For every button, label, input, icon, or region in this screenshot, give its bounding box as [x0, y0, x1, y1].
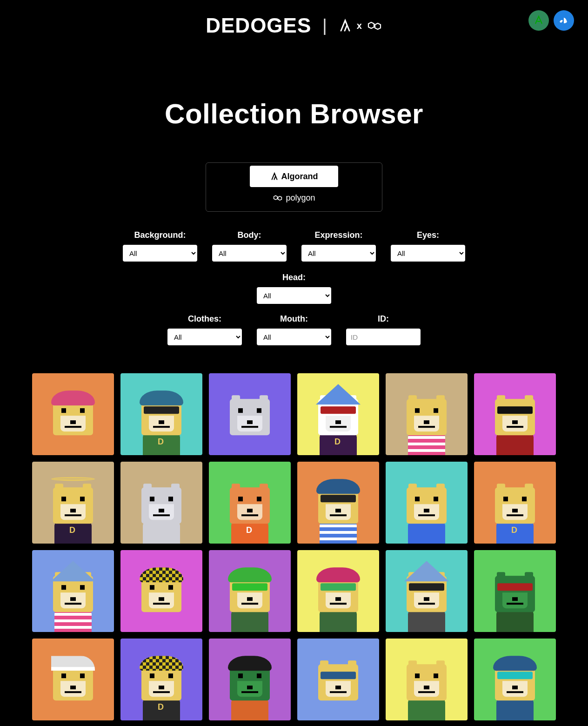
- blockchain-label-polygon: polygon: [286, 193, 315, 203]
- filter-mouth: Mouth:All: [257, 314, 331, 345]
- header: DEDOGES | x: [0, 0, 588, 42]
- nft-card[interactable]: [209, 550, 291, 632]
- nft-card[interactable]: D: [474, 462, 556, 544]
- filter-label-expression: Expression:: [314, 230, 362, 240]
- nft-card[interactable]: D: [120, 373, 202, 455]
- nft-card[interactable]: [32, 373, 114, 455]
- blockchain-option-polygon[interactable]: polygon: [206, 187, 382, 208]
- nft-card[interactable]: [209, 373, 291, 455]
- page-title: Collection Browser: [0, 98, 588, 130]
- algorand-icon: [338, 19, 352, 33]
- polygon-icon: [367, 20, 382, 32]
- header-badges: [528, 10, 574, 31]
- nft-card[interactable]: [474, 550, 556, 632]
- nft-card[interactable]: [297, 639, 379, 720]
- nft-card[interactable]: [386, 373, 468, 455]
- filter-label-body: Body:: [238, 230, 261, 240]
- nft-card[interactable]: [474, 373, 556, 455]
- nft-card[interactable]: D: [297, 373, 379, 455]
- filter-body: Body:All: [212, 230, 287, 262]
- filter-eyes: Eyes:All: [391, 230, 465, 262]
- nft-card[interactable]: [386, 462, 468, 544]
- nft-card[interactable]: [120, 550, 202, 632]
- filter-expression: Expression:All: [301, 230, 376, 262]
- nft-card[interactable]: [297, 462, 379, 544]
- filter-label-head: Head:: [282, 273, 306, 282]
- blockchain-label-algorand: Algorand: [281, 172, 318, 182]
- x-separator: x: [357, 20, 362, 31]
- brand-logo[interactable]: DEDOGES: [206, 14, 311, 37]
- nft-card[interactable]: [209, 639, 291, 720]
- nft-card[interactable]: [386, 639, 468, 720]
- filter-label-clothes: Clothes:: [188, 314, 221, 324]
- blockchain-selector: Algorand polygon: [206, 162, 382, 212]
- nft-card[interactable]: D: [32, 462, 114, 544]
- nft-card[interactable]: [32, 639, 114, 720]
- blockchain-option-algorand[interactable]: Algorand: [250, 166, 338, 187]
- filter-background: Background:All: [123, 230, 197, 262]
- filter-label-eyes: Eyes:: [417, 230, 439, 240]
- filter-input-id[interactable]: [346, 329, 421, 345]
- nft-card[interactable]: [386, 550, 468, 632]
- marketplace-badge-1[interactable]: [528, 10, 549, 31]
- filter-label-mouth: Mouth:: [280, 314, 308, 324]
- filter-select-background[interactable]: All: [123, 245, 197, 262]
- filter-select-body[interactable]: All: [212, 245, 287, 262]
- opensea-badge[interactable]: [554, 10, 574, 31]
- filter-select-expression[interactable]: All: [301, 245, 376, 262]
- nft-card[interactable]: D: [209, 462, 291, 544]
- filter-head: Head:All: [257, 273, 331, 304]
- nft-card[interactable]: [297, 550, 379, 632]
- filter-select-eyes[interactable]: All: [391, 245, 465, 262]
- filter-select-clothes[interactable]: All: [167, 329, 242, 345]
- filter-select-mouth[interactable]: All: [257, 329, 331, 345]
- filters-row-1: Background:AllBody:AllExpression:AllEyes…: [80, 230, 508, 304]
- filters-row-2: Clothes:AllMouth:AllID:: [80, 314, 508, 345]
- header-divider: |: [322, 16, 327, 35]
- nft-grid: DDDDDD: [0, 373, 588, 720]
- nft-card[interactable]: [474, 639, 556, 720]
- chain-logos: x: [338, 19, 382, 33]
- nft-card[interactable]: [120, 462, 202, 544]
- filter-label-background: Background:: [134, 230, 186, 240]
- nft-card[interactable]: D: [120, 639, 202, 720]
- filter-clothes: Clothes:All: [167, 314, 242, 345]
- filter-id: ID:: [346, 314, 421, 345]
- nft-card[interactable]: [32, 550, 114, 632]
- filter-select-head[interactable]: All: [257, 287, 331, 304]
- filter-label-id: ID:: [378, 314, 389, 324]
